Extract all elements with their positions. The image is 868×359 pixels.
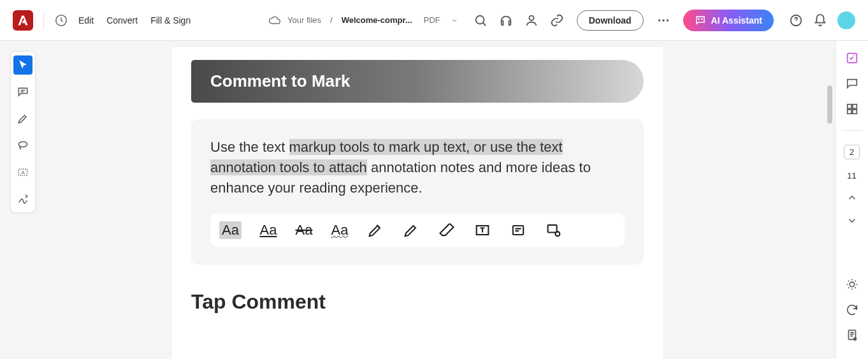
headphones-icon[interactable] [499, 13, 513, 27]
svg-point-21 [853, 338, 856, 341]
svg-point-5 [666, 19, 668, 21]
svg-point-10 [555, 231, 560, 236]
sign-tool[interactable] [13, 189, 33, 209]
rotate-icon[interactable] [845, 303, 859, 317]
eraser-tool-icon[interactable] [438, 221, 456, 239]
content-card: Use the text markup tools to mark up tex… [191, 119, 644, 265]
text-select-tool[interactable]: A [13, 163, 33, 182]
right-rail: 2 11 [835, 41, 868, 359]
lasso-tool[interactable] [13, 136, 33, 155]
scroll-thumb[interactable] [827, 85, 832, 124]
link-icon[interactable] [550, 13, 564, 27]
svg-rect-18 [852, 110, 856, 114]
highlight-tool-icon[interactable]: Aa [219, 221, 242, 239]
person-icon[interactable] [524, 13, 539, 27]
breadcrumb-separator: / [330, 15, 333, 25]
pdf-page: Comment to Mark Use the text markup tool… [172, 47, 663, 359]
recent-icon[interactable] [54, 13, 68, 27]
ai-panel-icon[interactable] [845, 51, 859, 65]
topbar: Edit Convert Fill & Sign Your files / We… [0, 0, 868, 41]
current-page[interactable]: 2 [844, 145, 860, 159]
section-heading: Tap Comment [191, 290, 644, 314]
filetype-label: PDF [424, 15, 440, 25]
top-actions [474, 13, 564, 27]
brightness-icon[interactable] [845, 277, 859, 291]
marker-tool-icon[interactable] [366, 221, 384, 239]
divider [43, 11, 44, 29]
svg-point-3 [658, 19, 660, 21]
help-icon[interactable] [789, 13, 803, 27]
note-tool-icon[interactable] [509, 221, 527, 239]
thumbnails-icon[interactable] [845, 102, 859, 116]
document-area: Comment to Mark Use the text markup tool… [0, 41, 835, 359]
section-banner: Comment to Mark [191, 60, 644, 103]
chat-icon [695, 15, 706, 26]
svg-rect-15 [847, 105, 851, 108]
svg-point-11 [18, 142, 27, 147]
avatar[interactable] [837, 11, 855, 29]
breadcrumb-area: Your files / Welcome-compr... PDF Downlo… [268, 10, 855, 31]
svg-point-19 [850, 282, 854, 286]
comments-panel-icon[interactable] [845, 77, 859, 91]
underline-tool-icon[interactable]: Aa [259, 221, 277, 239]
comment-tool[interactable] [13, 82, 33, 101]
text-box-tool-icon[interactable] [474, 221, 491, 239]
page-up-icon[interactable] [846, 192, 858, 203]
breadcrumb-root[interactable]: Your files [287, 15, 321, 25]
svg-rect-9 [548, 225, 557, 233]
draw-tool[interactable] [13, 109, 33, 128]
total-pages: 11 [847, 171, 856, 180]
breadcrumb-filename[interactable]: Welcome-compr... [342, 15, 412, 25]
body-text[interactable]: Use the text markup tools to mark up tex… [210, 137, 625, 198]
svg-text:A: A [22, 170, 25, 175]
search-icon[interactable] [474, 13, 488, 27]
download-button[interactable]: Download [577, 10, 644, 31]
markup-toolbar: Aa Aa Aa Aa [210, 214, 625, 247]
page-display-icon[interactable] [845, 328, 859, 342]
adobe-logo[interactable] [13, 10, 33, 31]
rail-divider [842, 130, 862, 131]
body-pre: Use the text [210, 139, 289, 155]
svg-rect-16 [852, 105, 856, 108]
svg-point-4 [662, 19, 664, 21]
ai-assistant-button[interactable]: AI Assistant [683, 10, 774, 31]
menu-convert[interactable]: Convert [104, 11, 140, 29]
svg-rect-8 [513, 226, 523, 235]
svg-rect-17 [847, 110, 851, 114]
chevron-down-icon[interactable] [451, 17, 458, 24]
page-down-icon[interactable] [846, 215, 858, 226]
cloud-icon [268, 14, 281, 27]
svg-point-1 [475, 15, 484, 24]
scrollbar[interactable] [826, 41, 834, 359]
menu-edit[interactable]: Edit [76, 11, 96, 29]
menu-fillsign[interactable]: Fill & Sign [148, 11, 193, 29]
highlighter-tool-icon[interactable] [402, 221, 420, 239]
select-tool[interactable] [13, 55, 33, 75]
left-toolbar: A [10, 51, 36, 213]
stamp-tool-icon[interactable] [545, 221, 563, 239]
ai-assistant-label: AI Assistant [711, 15, 762, 26]
strikethrough-tool-icon[interactable]: Aa [295, 221, 313, 239]
top-right [789, 11, 855, 29]
bell-icon[interactable] [813, 13, 827, 27]
squiggly-tool-icon[interactable]: Aa [331, 221, 349, 239]
more-icon[interactable] [656, 13, 670, 27]
svg-point-2 [529, 15, 533, 20]
